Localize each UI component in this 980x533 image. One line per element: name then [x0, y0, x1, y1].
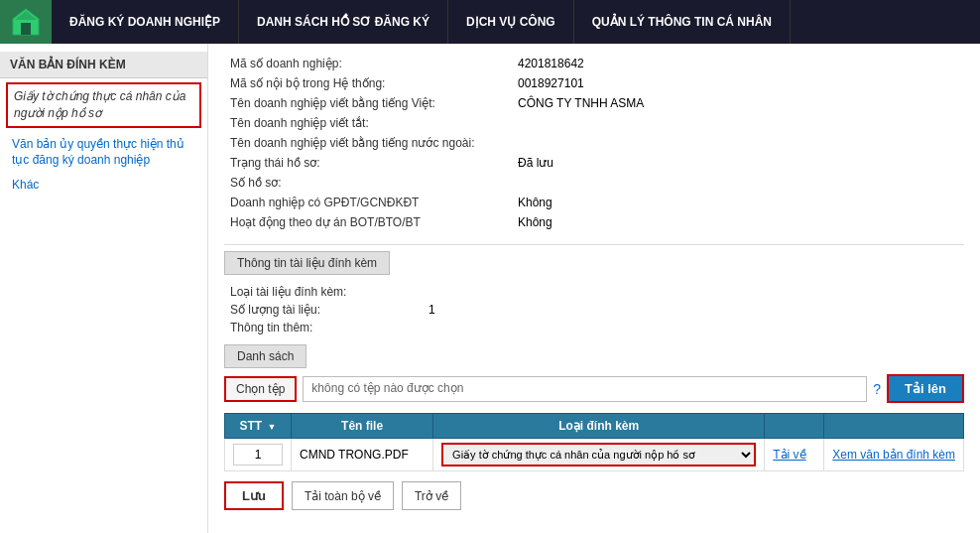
bottom-buttons: Lưu Tải toàn bộ về Trở về: [224, 481, 964, 510]
main-nav: ĐĂNG KÝ DOANH NGHIỆP DANH SÁCH HỒ SƠ ĐĂN…: [52, 0, 980, 44]
info-row: Tên doanh nghiệp viết bằng tiếng Việt:CÔ…: [224, 93, 964, 113]
col-action1: [765, 414, 824, 439]
stt-cell: [225, 439, 292, 471]
nav-quan-ly[interactable]: QUẢN LÝ THÔNG TIN CÁ NHÂN: [574, 0, 791, 44]
col-loai-dinh-kem: Loại đính kèm: [433, 414, 765, 439]
xem-van-ban-link[interactable]: Xem văn bản đính kèm: [832, 448, 955, 462]
info-value: [512, 113, 964, 133]
info-row: Trạng thái hồ sơ:Đã lưu: [224, 153, 964, 173]
sidebar: VĂN BẢN ĐÍNH KÈM Giấy tờ chứng thực cá n…: [0, 44, 208, 533]
loai-dinh-kem-select[interactable]: Giấy tờ chứng thực cá nhân của người nộp…: [441, 443, 756, 466]
info-label: Mã số doanh nghiệp:: [224, 54, 512, 73]
col-stt: STT ▼: [225, 414, 292, 439]
back-button[interactable]: Trở về: [402, 481, 461, 510]
nav-dang-ky[interactable]: ĐĂNG KÝ DOANH NGHIỆP: [52, 0, 239, 44]
info-value: [512, 133, 964, 153]
loai-dinh-kem-cell: Giấy tờ chứng thực cá nhân của người nộp…: [433, 439, 765, 471]
attach-value: [423, 319, 964, 336]
file-input-display: không có tệp nào được chọn: [303, 376, 867, 402]
info-row: Tên doanh nghiệp viết tắt:: [224, 113, 964, 133]
attach-row: Số lượng tài liệu:1: [224, 301, 964, 319]
svg-rect-1: [21, 23, 31, 35]
upload-button[interactable]: Tải lên: [887, 374, 964, 403]
danh-sach-tab[interactable]: Danh sách: [224, 344, 306, 368]
info-row: Số hồ sơ:: [224, 173, 964, 193]
attach-label: Số lượng tài liệu:: [224, 301, 423, 319]
action-xem-cell: Xem văn bản đính kèm: [824, 439, 964, 471]
info-value: 4201818642: [512, 54, 964, 73]
logo[interactable]: [0, 0, 52, 44]
stt-input[interactable]: [233, 444, 283, 466]
info-value: 0018927101: [512, 73, 964, 93]
info-label: Trạng thái hồ sơ:: [224, 153, 512, 173]
tai-ve-link[interactable]: Tải về: [773, 448, 805, 462]
file-chooser-row: Chọn tệp không có tệp nào được chọn ? Tả…: [224, 374, 964, 403]
attachment-info: Loại tài liệu đính kèm:Số lượng tài liệu…: [224, 283, 964, 336]
info-label: Số hồ sơ:: [224, 173, 512, 193]
main-container: VĂN BẢN ĐÍNH KÈM Giấy tờ chứng thực cá n…: [0, 44, 980, 533]
help-icon[interactable]: ?: [873, 381, 881, 397]
col-ten-file: Tên file: [292, 414, 433, 439]
attach-value: 1: [423, 301, 964, 319]
attach-row: Loại tài liệu đính kèm:: [224, 283, 964, 301]
attach-label: Thông tin thêm:: [224, 319, 423, 336]
nav-danh-sach[interactable]: DANH SÁCH HỒ SƠ ĐĂNG KÝ: [239, 0, 448, 44]
attachment-tab[interactable]: Thông tin tài liệu đính kèm: [224, 251, 390, 275]
attach-label: Loại tài liệu đính kèm:: [224, 283, 423, 301]
sidebar-item-khac[interactable]: Khác: [6, 173, 201, 198]
info-row: Hoạt động theo dự án BOT/BTO/BTKhông: [224, 212, 964, 232]
info-table: Mã số doanh nghiệp:4201818642Mã số nội b…: [224, 54, 964, 232]
table-row: CMND TRONG.PDF Giấy tờ chứng thực cá nhâ…: [225, 439, 964, 471]
info-value: Không: [512, 212, 964, 232]
info-label: Doanh nghiệp có GPĐT/GCNĐKĐT: [224, 193, 512, 212]
info-value: CÔNG TY TNHH ASMA: [512, 93, 964, 113]
download-all-button[interactable]: Tải toàn bộ về: [292, 481, 394, 510]
attach-value: [423, 283, 964, 301]
nav-dich-vu[interactable]: DỊCH VỤ CÔNG: [448, 0, 574, 44]
sidebar-item-van-ban[interactable]: Văn bản ủy quyền thực hiện thủ tục đăng …: [6, 132, 201, 174]
sidebar-header: VĂN BẢN ĐÍNH KÈM: [0, 52, 207, 78]
stt-sort-icon[interactable]: ▼: [268, 422, 277, 432]
info-label: Mã số nội bộ trong Hệ thống:: [224, 73, 512, 93]
info-label: Tên doanh nghiệp viết tắt:: [224, 113, 512, 133]
header: ĐĂNG KÝ DOANH NGHIỆP DANH SÁCH HỒ SƠ ĐĂN…: [0, 0, 980, 44]
info-label: Tên doanh nghiệp viết bằng tiếng nước ng…: [224, 133, 512, 153]
col-action2: [824, 414, 964, 439]
info-value: Không: [512, 193, 964, 212]
files-table: STT ▼ Tên file Loại đính kèm CMND TRONG.…: [224, 413, 964, 471]
info-row: Doanh nghiệp có GPĐT/GCNĐKĐTKhông: [224, 193, 964, 212]
action-tai-ve-cell: Tải về: [765, 439, 824, 471]
info-value: [512, 173, 964, 193]
choose-file-button[interactable]: Chọn tệp: [224, 376, 297, 402]
info-label: Hoạt động theo dự án BOT/BTO/BT: [224, 212, 512, 232]
info-value: Đã lưu: [512, 153, 964, 173]
info-label: Tên doanh nghiệp viết bằng tiếng Việt:: [224, 93, 512, 113]
sidebar-item-giay-to[interactable]: Giấy tờ chứng thực cá nhân của người nộp…: [6, 82, 201, 128]
content-area: Mã số doanh nghiệp:4201818642Mã số nội b…: [208, 44, 980, 533]
file-name-cell: CMND TRONG.PDF: [292, 439, 433, 471]
info-row: Tên doanh nghiệp viết bằng tiếng nước ng…: [224, 133, 964, 153]
info-row: Mã số doanh nghiệp:4201818642: [224, 54, 964, 73]
attach-row: Thông tin thêm:: [224, 319, 964, 336]
save-button[interactable]: Lưu: [224, 481, 284, 510]
info-row: Mã số nội bộ trong Hệ thống:0018927101: [224, 73, 964, 93]
